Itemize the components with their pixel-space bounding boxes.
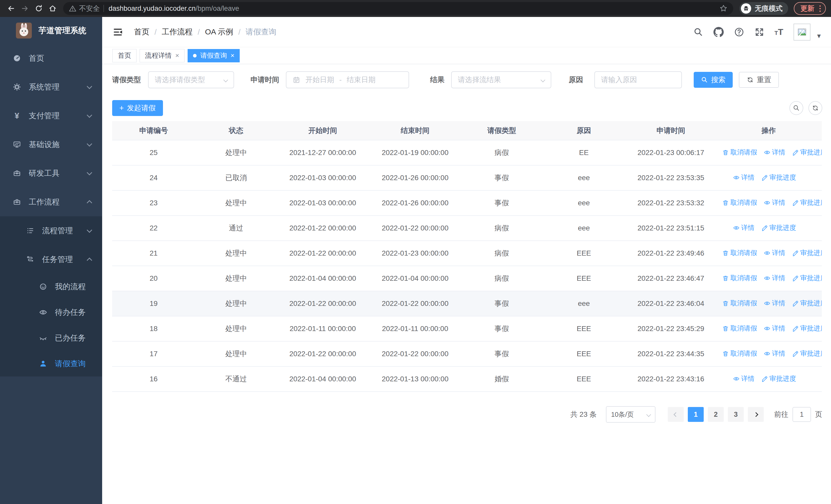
sidebar-item-infrastructure[interactable]: 基础设施: [0, 130, 102, 159]
action-detail-link[interactable]: 详情: [733, 374, 754, 383]
action-progress-link[interactable]: 审批进度: [792, 349, 822, 358]
action-detail-link[interactable]: 详情: [764, 299, 785, 308]
create-leave-button[interactable]: + 发起请假: [112, 100, 163, 116]
sidebar-item-dev-tools[interactable]: 研发工具: [0, 159, 102, 187]
action-cancel-link[interactable]: 取消请假: [722, 299, 757, 308]
action-progress-link[interactable]: 审批进度: [792, 198, 822, 207]
tab-leave-query[interactable]: 请假查询 ×: [188, 49, 240, 62]
address-bar[interactable]: 不安全 dashboard.yudao.iocoder.cn /bpm/oa/l…: [63, 2, 733, 15]
browser-reload-button[interactable]: [33, 3, 45, 14]
action-detail-link[interactable]: 详情: [764, 273, 785, 283]
sidebar-item-pending-tasks[interactable]: 待办任务: [0, 299, 102, 325]
close-icon[interactable]: ×: [175, 52, 179, 60]
action-progress-link[interactable]: 审批进度: [792, 299, 822, 308]
search-icon: [701, 76, 708, 83]
cell-start-time: 2022-01-11 00:00:00: [277, 316, 368, 341]
bookmark-star-icon[interactable]: [719, 4, 727, 12]
fullscreen-icon[interactable]: [754, 27, 764, 37]
result-select[interactable]: 请选择流结果: [451, 71, 551, 88]
action-detail-link[interactable]: 详情: [764, 198, 785, 207]
browser-home-button[interactable]: [47, 3, 58, 14]
action-progress-link[interactable]: 审批进度: [761, 374, 796, 383]
action-progress-link[interactable]: 审批进度: [792, 248, 822, 257]
table-row: 17 处理中 2022-01-22 00:00:00 2022-01-22 00…: [112, 341, 822, 366]
sidebar-item-process-management[interactable]: 流程管理: [0, 216, 102, 245]
cell-actions: 取消请假详情审批进度: [716, 241, 822, 266]
page-button-3[interactable]: 3: [728, 407, 744, 422]
font-size-icon[interactable]: TT: [775, 27, 783, 37]
browser-forward-button[interactable]: [19, 3, 31, 14]
sidebar-collapse-button[interactable]: [112, 27, 123, 37]
breadcrumb-item[interactable]: 首页: [134, 27, 149, 37]
cell-leave-type: 事假: [462, 291, 542, 316]
breadcrumb-item[interactable]: 工作流程: [162, 27, 193, 37]
action-cancel-link[interactable]: 取消请假: [722, 148, 757, 157]
page-button-1[interactable]: 1: [688, 407, 704, 422]
close-icon[interactable]: ×: [230, 52, 234, 60]
action-progress-link[interactable]: 审批进度: [761, 173, 796, 182]
action-cancel-link[interactable]: 取消请假: [722, 248, 757, 257]
page-button-2[interactable]: 2: [708, 407, 724, 422]
goto-page-input[interactable]: [793, 407, 811, 422]
sidebar-item-leave-query[interactable]: 请假查询: [0, 351, 102, 377]
action-cancel-link[interactable]: 取消请假: [722, 198, 757, 207]
action-detail-link[interactable]: 详情: [733, 173, 754, 182]
prev-page-button[interactable]: [668, 407, 684, 422]
search-icon[interactable]: [693, 27, 703, 37]
sidebar-item-done-tasks[interactable]: 已办任务: [0, 325, 102, 351]
browser-menu-icon[interactable]: [819, 4, 822, 13]
browser-update-button[interactable]: 更新: [794, 2, 826, 15]
sidebar-item-task-management[interactable]: 任务管理: [0, 245, 102, 274]
action-detail-link[interactable]: 详情: [733, 223, 754, 232]
chevron-up-icon: [87, 257, 92, 263]
action-progress-link[interactable]: 审批进度: [792, 324, 822, 333]
sidebar-item-system[interactable]: 系统管理: [0, 72, 102, 101]
action-detail-link[interactable]: 详情: [764, 324, 785, 333]
reset-button[interactable]: 重置: [739, 72, 779, 88]
cell-end-time: 2022-01-22 00:00:00: [368, 341, 462, 366]
url-divider: [104, 5, 104, 12]
result-label: 结果: [430, 75, 445, 85]
cell-start-time: 2022-01-22 00:00:00: [277, 241, 368, 266]
sidebar-item-home[interactable]: 首页: [0, 44, 102, 72]
cell-apply-time: 2022-01-22 23:46:04: [626, 291, 716, 316]
cell-apply-time: 2022-01-22 23:44:35: [626, 341, 716, 366]
tree-list-icon: [26, 227, 35, 235]
action-detail-link[interactable]: 详情: [764, 248, 785, 257]
toggle-search-button[interactable]: [790, 101, 803, 115]
refresh-table-button[interactable]: [808, 101, 822, 115]
leave-type-select[interactable]: 请选择请假类型: [148, 71, 234, 88]
cell-status: 已取消: [195, 165, 277, 190]
cell-id: 23: [112, 190, 195, 215]
action-progress-link[interactable]: 审批进度: [761, 223, 796, 232]
avatar[interactable]: [794, 24, 810, 40]
action-progress-link[interactable]: 审批进度: [792, 273, 822, 283]
action-progress-link[interactable]: 审批进度: [792, 148, 822, 157]
avatar-caret-icon[interactable]: ▾: [817, 32, 821, 40]
sidebar-item-payment[interactable]: ¥ 支付管理: [0, 101, 102, 130]
action-cancel-link[interactable]: 取消请假: [722, 273, 757, 283]
sidebar-item-my-processes[interactable]: 我的流程: [0, 274, 102, 299]
cell-status: 通过: [195, 215, 277, 241]
action-detail-link[interactable]: 详情: [764, 349, 785, 358]
action-detail-link[interactable]: 详情: [764, 148, 785, 157]
tab-home[interactable]: 首页: [112, 49, 137, 62]
page-size-select[interactable]: 10条/页: [606, 406, 656, 423]
chevron-left-icon: [674, 412, 678, 417]
action-cancel-link[interactable]: 取消请假: [722, 324, 757, 333]
action-cancel-link[interactable]: 取消请假: [722, 349, 757, 358]
github-icon[interactable]: [713, 27, 724, 37]
search-button[interactable]: 搜索: [694, 72, 733, 88]
cell-id: 16: [112, 366, 195, 392]
apply-time-range-picker[interactable]: 开始日期 - 结束日期: [286, 71, 409, 88]
tab-process-detail[interactable]: 流程详情 ×: [140, 49, 184, 62]
next-page-button[interactable]: [748, 407, 764, 422]
breadcrumb-item[interactable]: OA 示例: [205, 27, 233, 37]
table-row: 16 不通过 2022-01-04 00:00:00 2022-01-13 00…: [112, 366, 822, 392]
sidebar-item-workflow[interactable]: 工作流程: [0, 187, 102, 216]
help-icon[interactable]: [734, 27, 744, 37]
browser-back-button[interactable]: [5, 3, 17, 14]
cell-apply-time: 2022-01-22 23:49:46: [626, 241, 716, 266]
eye-icon: [733, 174, 740, 181]
reason-input[interactable]: [595, 72, 681, 88]
